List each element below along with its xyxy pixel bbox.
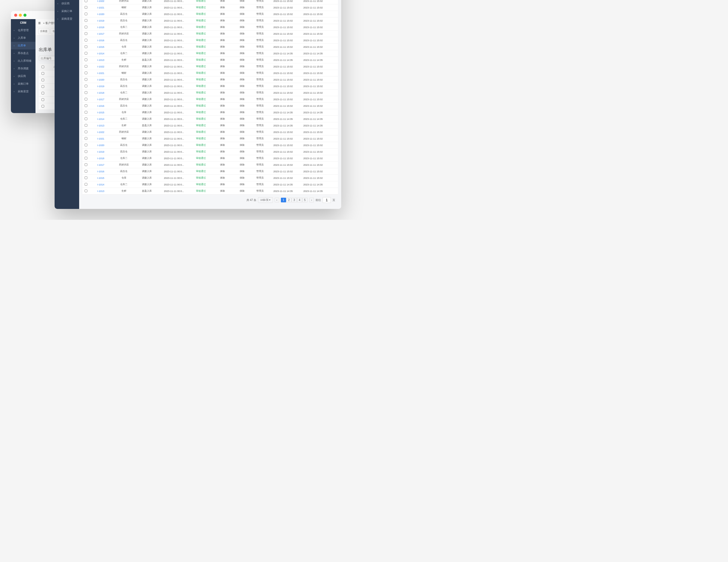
record-link[interactable]: I-1020 xyxy=(97,78,105,81)
record-link[interactable]: I-1017 xyxy=(97,32,105,35)
record-link[interactable]: I-1014 xyxy=(97,52,105,55)
row-checkbox[interactable] xyxy=(85,58,87,61)
sidebar-item-4[interactable]: ▫出入库明细 xyxy=(11,57,35,65)
record-link[interactable]: I-1016 xyxy=(97,39,105,42)
row-checkbox[interactable] xyxy=(41,72,44,75)
row-checkbox[interactable] xyxy=(85,157,87,159)
column-header[interactable] xyxy=(39,64,47,70)
record-link[interactable]: I-1016 xyxy=(97,170,105,173)
row-checkbox[interactable] xyxy=(85,85,87,87)
record-link[interactable]: I-1019 xyxy=(97,19,105,22)
record-link[interactable]: I-1021 xyxy=(97,72,105,75)
record-link[interactable]: I-1016 xyxy=(97,105,105,107)
row-checkbox[interactable] xyxy=(85,176,87,179)
status-badge: 审核通过 xyxy=(196,19,206,22)
row-checkbox[interactable] xyxy=(85,78,87,81)
sidebar-item-8[interactable]: ▫采购退货 xyxy=(55,15,79,23)
cell: 管理员 xyxy=(252,4,268,11)
row-checkbox[interactable] xyxy=(41,92,44,94)
sidebar-item-8[interactable]: ▫采购退货 xyxy=(11,88,35,95)
row-checkbox[interactable] xyxy=(85,137,87,140)
maximize-dot[interactable] xyxy=(23,14,26,17)
menu-toggle-icon[interactable]: ☰ xyxy=(38,22,41,25)
row-checkbox[interactable] xyxy=(85,65,87,68)
sidebar-item-2[interactable]: ▫出库单 xyxy=(11,42,35,49)
record-link[interactable]: I-1017 xyxy=(97,98,105,101)
page-number[interactable]: 3 xyxy=(292,198,297,202)
page-number[interactable]: 1 xyxy=(281,198,286,202)
row-checkbox[interactable] xyxy=(85,45,87,48)
row-checkbox[interactable] xyxy=(85,117,87,120)
tab[interactable]: 仪表盘 xyxy=(38,28,49,34)
prev-page[interactable]: ‹ xyxy=(275,198,279,202)
row-checkbox[interactable] xyxy=(41,98,44,101)
sidebar-item-1[interactable]: ▫入库单 xyxy=(11,34,35,42)
record-link[interactable]: I-1019 xyxy=(97,150,105,153)
record-link[interactable]: I-1017 xyxy=(97,163,105,166)
record-link[interactable]: I-1015 xyxy=(97,46,105,48)
select-all-checkbox[interactable] xyxy=(41,66,44,68)
sidebar-item-6[interactable]: ▫供应商 xyxy=(11,72,35,80)
record-link[interactable]: I-1013 xyxy=(97,124,105,127)
record-link[interactable]: I-1014 xyxy=(97,183,105,186)
row-checkbox[interactable] xyxy=(85,0,87,2)
row-checkbox[interactable] xyxy=(41,85,44,88)
row-checkbox[interactable] xyxy=(85,98,87,100)
record-link[interactable]: I-1015 xyxy=(97,177,105,179)
row-checkbox[interactable] xyxy=(85,124,87,127)
sidebar-item-6[interactable]: ▫供应商 xyxy=(55,0,79,7)
row-checkbox[interactable] xyxy=(85,6,87,9)
record-link[interactable]: I-1018 xyxy=(97,157,105,160)
next-page[interactable]: › xyxy=(309,198,314,202)
record-link[interactable]: I-1015 xyxy=(97,111,105,114)
record-link[interactable]: I-1018 xyxy=(97,26,105,29)
sidebar-item-7[interactable]: ▫采购订单 xyxy=(55,7,79,15)
row-checkbox[interactable] xyxy=(85,19,87,22)
cell: 药材供应 xyxy=(112,96,136,103)
sidebar-item-3[interactable]: ▫库存盘点 xyxy=(11,49,35,57)
record-link[interactable]: I-1020 xyxy=(97,13,105,16)
sidebar-item-0[interactable]: ▫仓库管理 xyxy=(11,26,35,34)
topmenu-item[interactable]: ▪ 客户管理 xyxy=(43,21,56,25)
row-checkbox[interactable] xyxy=(85,163,87,166)
page-number[interactable]: 5 xyxy=(302,198,308,202)
row-checkbox[interactable] xyxy=(85,130,87,133)
page-number[interactable]: 2 xyxy=(286,198,292,202)
record-link[interactable]: I-1018 xyxy=(97,91,105,94)
row-checkbox[interactable] xyxy=(85,13,87,15)
record-link[interactable]: I-1022 xyxy=(97,0,105,2)
row-checkbox[interactable] xyxy=(85,26,87,28)
page-number[interactable]: 4 xyxy=(297,198,302,202)
record-link[interactable]: I-1013 xyxy=(97,190,105,192)
record-link[interactable]: I-1020 xyxy=(97,144,105,147)
record-link[interactable]: I-1014 xyxy=(97,118,105,120)
row-checkbox[interactable] xyxy=(85,170,87,172)
row-checkbox[interactable] xyxy=(85,144,87,146)
pagesize-select[interactable]: 10条/页 ▾ xyxy=(258,197,273,203)
row-checkbox[interactable] xyxy=(41,79,44,81)
record-link[interactable]: I-1021 xyxy=(97,6,105,9)
sidebar-item-5[interactable]: ▫库存调拨 xyxy=(11,65,35,72)
goto-input[interactable] xyxy=(323,197,331,203)
record-link[interactable]: I-1019 xyxy=(97,85,105,88)
row-checkbox[interactable] xyxy=(85,52,87,55)
record-link[interactable]: I-1022 xyxy=(97,65,105,68)
row-checkbox[interactable] xyxy=(85,183,87,186)
cell: 管理员 xyxy=(252,70,268,76)
row-checkbox[interactable] xyxy=(85,39,87,41)
row-checkbox[interactable] xyxy=(85,32,87,35)
row-checkbox[interactable] xyxy=(85,104,87,107)
record-link[interactable]: I-1021 xyxy=(97,137,105,140)
row-checkbox[interactable] xyxy=(85,111,87,114)
record-link[interactable]: I-1013 xyxy=(97,59,105,61)
row-checkbox[interactable] xyxy=(85,91,87,94)
close-dot[interactable] xyxy=(14,14,17,17)
row-checkbox[interactable] xyxy=(41,105,44,108)
row-checkbox[interactable] xyxy=(85,72,87,74)
row-checkbox[interactable] xyxy=(85,150,87,153)
table-row: I-1019高压仓调拨入库2023-11-11 00:0...审核通过体验体验管… xyxy=(82,83,338,90)
minimize-dot[interactable] xyxy=(19,14,22,17)
record-link[interactable]: I-1022 xyxy=(97,131,105,133)
sidebar-item-7[interactable]: ▫采购订单 xyxy=(11,80,35,88)
row-checkbox[interactable] xyxy=(85,189,87,192)
